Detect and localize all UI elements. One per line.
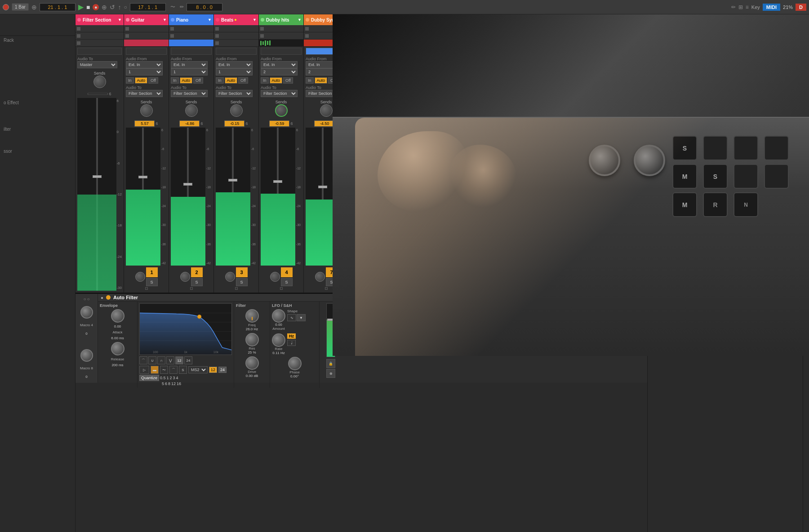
piano-channel-num[interactable]: 2 — [191, 267, 203, 277]
guitar-pan-knob[interactable] — [135, 272, 145, 282]
dubbysynth-monitor-in[interactable]: In — [306, 77, 314, 84]
guitar-clip3[interactable] — [124, 40, 169, 47]
piano-menu[interactable]: ▼ — [208, 18, 212, 22]
guitar-fader-thumb[interactable] — [138, 176, 147, 178]
lfo-shape-dropdown[interactable]: ▼ — [297, 314, 306, 321]
dubbyhits-monitor-auto[interactable]: Auto — [270, 77, 283, 84]
ms2-btn4[interactable]: ⌒ — [169, 366, 178, 374]
track-header-filter[interactable]: Filter Section ▼ — [76, 14, 124, 25]
piano-monitor-auto[interactable]: Auto — [180, 77, 193, 84]
dubbyhits-audio-to-select[interactable]: Filter Section — [261, 90, 298, 97]
dubbyhits-pan-knob[interactable] — [270, 272, 280, 282]
beats-audio-from[interactable]: Ext. In — [216, 61, 253, 68]
dubbyhits-monitor-in[interactable]: In — [261, 77, 269, 84]
dubbysynth-fader-thumb[interactable] — [318, 186, 327, 188]
guitar-sends-knob[interactable] — [140, 104, 153, 117]
filter-slope-24[interactable]: 24 — [184, 356, 192, 364]
dubbyhits-solo[interactable]: S — [281, 278, 293, 286]
guitar-channel-num[interactable]: 1 — [146, 267, 158, 277]
beats-rec-btn[interactable] — [235, 287, 238, 290]
ms2-btn2[interactable]: ▬ — [151, 366, 159, 374]
output-chain-btn[interactable]: ⊕ — [326, 369, 335, 378]
guitar-monitor-in[interactable]: In — [126, 77, 134, 84]
guitar-audio-from[interactable]: Ext. In — [126, 61, 163, 68]
dubbyhits-clip2[interactable] — [259, 32, 303, 40]
res-knob[interactable] — [245, 333, 259, 346]
dubbyhits-clip1[interactable] — [259, 25, 303, 32]
pen-icon[interactable]: ✏ — [731, 4, 736, 10]
piano-clip1[interactable] — [169, 25, 213, 32]
beats-solo[interactable]: S — [236, 278, 248, 286]
macro8-knob[interactable] — [80, 349, 93, 362]
rec-button[interactable]: ● — [93, 4, 99, 10]
lfo-shape-sine[interactable]: ∿ — [287, 314, 296, 321]
fader-thumb-filter[interactable] — [93, 175, 102, 178]
drive-knob[interactable] — [245, 356, 259, 370]
midi-button[interactable]: MIDI — [763, 4, 780, 11]
sends-knob-filter[interactable] — [93, 75, 106, 88]
envelope-release-knob[interactable] — [111, 342, 124, 355]
piano-audio-to-select[interactable]: Filter Section — [171, 90, 208, 97]
guitar-audio-from2[interactable]: 1 — [126, 68, 163, 75]
dubbyhits-rec-btn[interactable] — [280, 287, 283, 290]
beats-header[interactable]: Beats ● ▼ — [214, 14, 258, 25]
dubbyhits-fader-thumb[interactable] — [273, 180, 282, 183]
dubbyhits-menu[interactable]: ▼ — [298, 18, 302, 22]
macro4-knob[interactable] — [80, 306, 93, 319]
guitar-solo[interactable]: S — [146, 278, 158, 286]
plus-minus-icon[interactable]: ⊕ — [31, 4, 37, 11]
lfo-phase-knob[interactable] — [288, 357, 302, 370]
guitar-menu[interactable]: ▼ — [163, 18, 167, 22]
piano-header[interactable]: Piano ▼ — [169, 14, 213, 25]
note-button[interactable]: ♩ — [287, 340, 296, 346]
circle-toggle1[interactable]: ○ ○ — [83, 297, 89, 301]
grid-icon[interactable]: ⊞ — [738, 4, 743, 10]
beats-fader-thumb[interactable] — [228, 179, 237, 182]
guitar-monitor-off[interactable]: Off — [148, 77, 158, 84]
envelope-attack-knob[interactable] — [111, 309, 124, 323]
beats-audio-from2[interactable]: 1 — [216, 68, 253, 75]
dubbyhits-header[interactable]: Dubby hits ▼ — [259, 14, 303, 25]
power-icon[interactable]: ● — [101, 295, 103, 300]
beats-audio-to-select[interactable]: Filter Section — [216, 90, 253, 97]
piano-monitor-off[interactable]: Off — [193, 77, 203, 84]
filter-type-notch[interactable]: ⋁ — [166, 356, 174, 364]
list-icon[interactable]: ≡ — [746, 4, 749, 10]
beats-clip1[interactable] — [214, 25, 258, 32]
add-icon[interactable]: ⊕ — [102, 4, 107, 11]
d-button[interactable]: D — [796, 4, 806, 11]
piano-audio-from[interactable]: Ext. In — [171, 61, 208, 68]
group-icon[interactable]: ▼ — [118, 18, 122, 22]
dubbyhits-audio-from2[interactable]: 2 — [261, 68, 298, 75]
ms2-btn5[interactable]: S — [179, 366, 187, 374]
beats-menu[interactable]: ▼ — [253, 18, 257, 22]
dubbysynth-monitor-auto[interactable]: Auto — [315, 77, 328, 84]
dubbyhits-clip3[interactable] — [259, 40, 303, 47]
output-lock-btn[interactable]: 🔒 — [326, 359, 335, 368]
track-header-guitar[interactable]: Guitar ▼ — [124, 14, 169, 25]
audio-to-select-filter[interactable]: Master — [77, 61, 117, 68]
beats-monitor-auto[interactable]: Auto — [225, 77, 238, 84]
dubbyhits-channel-num[interactable]: 4 — [281, 267, 293, 277]
toolbar-loop[interactable]: 1 Bar — [12, 3, 29, 11]
play-button[interactable]: ▶ — [78, 3, 84, 11]
slope-24-btn[interactable]: 24 — [218, 367, 227, 373]
hz-button[interactable]: Hz — [287, 333, 296, 339]
piano-rec-btn[interactable] — [190, 287, 193, 290]
beats-clip2[interactable] — [214, 32, 258, 40]
ms2-btn3[interactable]: 〜 — [160, 366, 168, 374]
lfo-rate-knob[interactable] — [272, 333, 285, 347]
guitar-clip1[interactable] — [124, 25, 169, 32]
record-dot[interactable] — [3, 4, 9, 10]
piano-monitor-in[interactable]: In — [171, 77, 179, 84]
metronome-icon[interactable]: ↑ — [118, 4, 121, 11]
dubbyhits-audio-from[interactable]: Ext. In — [261, 61, 298, 68]
piano-audio-from2[interactable]: 1 — [171, 68, 208, 75]
beats-sends-knob[interactable] — [230, 104, 243, 117]
beats-pan-knob[interactable] — [225, 272, 235, 282]
dubbysynth-pan-knob[interactable] — [315, 272, 325, 282]
sync-icon[interactable]: ○ — [124, 4, 127, 10]
quantize-button[interactable]: Quantize — [139, 375, 159, 381]
loop-icon[interactable]: ↺ — [110, 4, 115, 11]
filter-type-lp[interactable]: ⌒ — [139, 356, 147, 364]
